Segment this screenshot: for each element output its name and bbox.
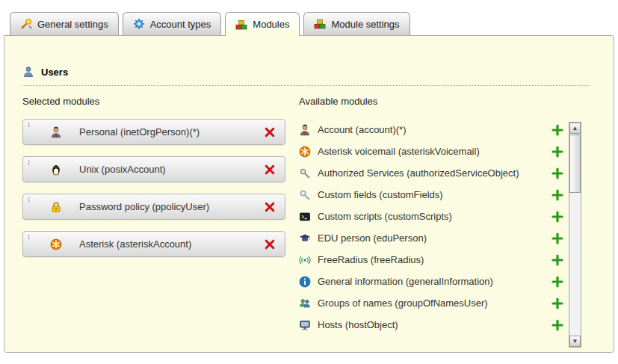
lam-config-page: General settings Account types — [0, 0, 618, 364]
available-module-row-account: Account (account)(*) — [299, 119, 568, 141]
penguin-icon — [50, 164, 62, 176]
selected-modules-column: Selected modules ↕ Personal (inetOrgPers… — [22, 96, 285, 268]
available-module-label: Groups of names (groupOfNamesUser) — [318, 297, 551, 309]
selected-module-row-asterisk: ↕ Asterisk (asteriskAccount) — [22, 231, 285, 257]
add-icon[interactable] — [551, 146, 563, 158]
add-icon[interactable] — [551, 319, 563, 331]
available-modules-scrollbar[interactable]: ▲ ▼ — [569, 122, 581, 348]
add-icon[interactable] — [551, 254, 563, 266]
edu-person-icon — [299, 232, 311, 244]
selected-module-label: Asterisk (asteriskAccount) — [79, 238, 264, 250]
radius-icon — [299, 254, 311, 266]
users-section-header: Users — [22, 66, 590, 86]
delete-icon[interactable] — [264, 238, 276, 250]
scrollbar-thumb[interactable] — [569, 135, 581, 193]
tab-bar: General settings Account types — [10, 12, 410, 36]
info-icon — [299, 276, 311, 288]
modules-panel: Users Selected modules ↕ Personal (inetO… — [4, 35, 614, 353]
custom-fields-icon — [299, 189, 311, 201]
available-module-label: Custom scripts (customScripts) — [318, 211, 551, 222]
selected-module-label: Personal (inetOrgPerson)(*) — [79, 126, 264, 138]
add-icon[interactable] — [551, 124, 563, 136]
available-module-row-custom-fields: Custom fields (customFields) — [299, 184, 568, 206]
scroll-down-button[interactable]: ▼ — [569, 336, 581, 347]
tab-label: Account types — [150, 19, 211, 30]
services-icon — [299, 167, 311, 179]
selected-module-label: Unix (posixAccount) — [79, 164, 264, 175]
add-icon[interactable] — [551, 232, 563, 244]
tab-general-settings[interactable]: General settings — [10, 12, 119, 35]
add-icon[interactable] — [551, 189, 563, 201]
available-modules-column: Available modules Account (account)(*) — [299, 96, 568, 336]
drag-handle-icon[interactable]: ↕ — [27, 195, 31, 204]
modules-icon — [314, 18, 326, 30]
add-icon[interactable] — [551, 211, 563, 223]
add-icon[interactable] — [551, 276, 563, 288]
host-icon — [299, 319, 311, 331]
tab-module-settings[interactable]: Module settings — [303, 12, 410, 35]
available-module-row-general-information: General information (generalInformation) — [299, 271, 568, 292]
lock-icon — [50, 201, 62, 213]
available-module-label: FreeRadius (freeRadius) — [318, 254, 551, 265]
user-icon — [22, 66, 34, 78]
tab-account-types[interactable]: Account types — [123, 12, 222, 35]
available-module-row-asterisk-voicemail: Asterisk voicemail (asteriskVoicemail) — [299, 141, 568, 162]
selected-module-label: Password policy (ppolicyUser) — [79, 201, 264, 212]
add-icon[interactable] — [551, 167, 563, 179]
available-module-label: EDU person (eduPerson) — [318, 232, 551, 244]
available-module-label: Asterisk voicemail (asteriskVoicemail) — [318, 146, 551, 157]
available-module-row-hosts: Hosts (hostObject) — [299, 314, 568, 336]
modules-icon — [235, 19, 247, 31]
drag-handle-icon[interactable]: ↕ — [27, 120, 31, 129]
available-module-row-groups-of-names: Groups of names (groupOfNamesUser) — [299, 292, 568, 314]
available-module-row-edu-person: EDU person (eduPerson) — [299, 227, 568, 249]
available-module-label: Account (account)(*) — [318, 124, 551, 135]
tab-label: Module settings — [331, 19, 399, 30]
drag-handle-icon[interactable]: ↕ — [27, 158, 31, 167]
available-module-label: General information (generalInformation) — [318, 276, 551, 287]
drag-handle-icon[interactable]: ↕ — [27, 232, 31, 241]
person-icon — [299, 124, 311, 136]
available-module-label: Hosts (hostObject) — [318, 319, 551, 330]
tab-label: Modules — [253, 19, 289, 30]
tab-modules[interactable]: Modules — [225, 12, 300, 36]
delete-icon[interactable] — [264, 164, 276, 176]
available-modules-heading: Available modules — [299, 96, 568, 107]
add-icon[interactable] — [551, 297, 563, 309]
selected-module-row-unix: ↕ Unix (posixAccount) — [22, 156, 285, 182]
asterisk-icon — [50, 238, 62, 250]
available-module-row-freeradius: FreeRadius (freeRadius) — [299, 249, 568, 271]
delete-icon[interactable] — [264, 126, 276, 138]
available-module-row-custom-scripts: Custom scripts (customScripts) — [299, 206, 568, 227]
available-module-label: Custom fields (customFields) — [318, 189, 551, 200]
available-module-row-authorized-services: Authorized Services (authorizedServiceOb… — [299, 162, 568, 184]
tools-icon — [20, 18, 32, 30]
section-title: Users — [41, 67, 68, 78]
gear-icon — [133, 18, 145, 30]
available-module-label: Authorized Services (authorizedServiceOb… — [318, 167, 551, 179]
person-icon — [50, 126, 62, 138]
script-icon — [299, 211, 311, 223]
tab-label: General settings — [37, 19, 108, 30]
scroll-up-button[interactable]: ▲ — [569, 123, 581, 134]
selected-module-row-personal: ↕ Personal (inetOrgPerson)(*) — [22, 119, 285, 145]
asterisk-icon — [299, 146, 311, 158]
selected-modules-heading: Selected modules — [22, 96, 285, 107]
delete-icon[interactable] — [264, 201, 276, 213]
group-icon — [299, 297, 311, 309]
selected-module-row-password-policy: ↕ Password policy (ppolicyUser) — [22, 194, 285, 220]
